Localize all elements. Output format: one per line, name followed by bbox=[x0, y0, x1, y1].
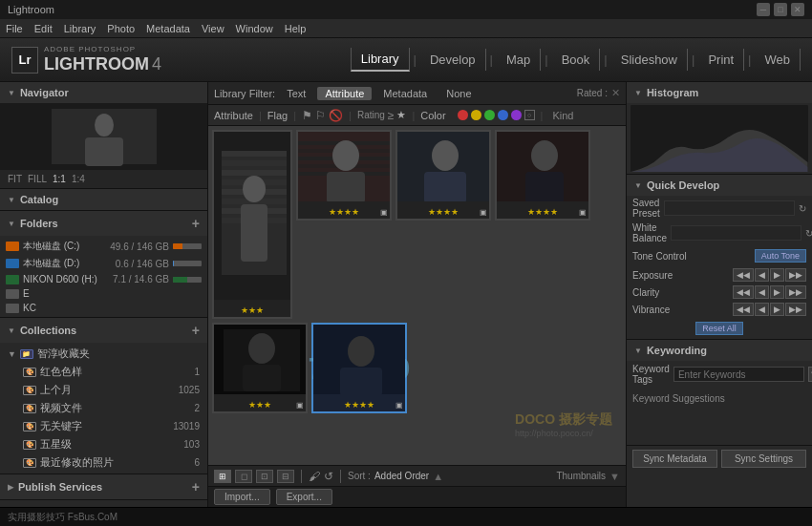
collection-item-smartfolder[interactable]: ▼ 📁 智淳收藏夹 bbox=[0, 345, 207, 363]
color-dot-none[interactable]: ○ bbox=[524, 110, 535, 120]
color-dot-purple[interactable] bbox=[511, 110, 522, 120]
color-dot-red[interactable] bbox=[458, 110, 468, 120]
minimize-button[interactable]: ─ bbox=[757, 3, 770, 16]
module-web[interactable]: Web bbox=[756, 49, 801, 71]
collection-item-nokw[interactable]: 🎨 无关键字 13019 bbox=[0, 417, 207, 435]
menu-photo[interactable]: Photo bbox=[107, 23, 135, 34]
folders-add-button[interactable]: + bbox=[192, 216, 200, 231]
keywording-header[interactable]: ▼ Keywording bbox=[627, 340, 812, 361]
photo-cell-5[interactable]: ★★★ ▣ bbox=[212, 323, 308, 413]
filter-tab-attribute[interactable]: Attribute bbox=[317, 87, 372, 100]
publish-header[interactable]: ▶ Publish Services + bbox=[0, 474, 207, 499]
qd-clar-inc[interactable]: ▶ bbox=[770, 285, 784, 299]
folder-item-c[interactable]: 本地磁盘 (C:) 49.6 / 146 GB bbox=[0, 238, 207, 255]
publish-add-button[interactable]: + bbox=[192, 479, 200, 494]
menu-metadata[interactable]: Metadata bbox=[146, 23, 190, 34]
export-button[interactable]: Export... bbox=[276, 489, 332, 505]
menu-window[interactable]: Window bbox=[236, 23, 273, 34]
view-grid-button[interactable]: ⊞ bbox=[214, 470, 231, 483]
qd-vib-inc[interactable]: ▶ bbox=[770, 303, 784, 316]
import-button[interactable]: Import... bbox=[214, 489, 270, 505]
module-develop[interactable]: Develop bbox=[420, 49, 486, 71]
nav-fit[interactable]: FIT bbox=[8, 174, 22, 184]
quick-develop-header[interactable]: ▼ Quick Develop bbox=[627, 175, 812, 196]
qd-reset-all[interactable]: Reset All bbox=[695, 322, 743, 335]
rating-stars[interactable]: ★ bbox=[396, 109, 406, 121]
nav-fill[interactable]: FILL bbox=[28, 174, 47, 184]
photo-cell-1[interactable]: ★★★ bbox=[212, 130, 292, 319]
kw-settings-button[interactable]: ▼ bbox=[808, 367, 812, 382]
thumb-scroll[interactable]: ▼ bbox=[609, 471, 620, 482]
folder-item-kc[interactable]: KC bbox=[0, 301, 207, 315]
flag-icon-2[interactable]: ⚐ bbox=[315, 109, 326, 122]
menu-file[interactable]: File bbox=[6, 23, 23, 34]
menu-library[interactable]: Library bbox=[64, 23, 96, 34]
filter-close-icon[interactable]: ✕ bbox=[611, 87, 620, 99]
nav-1-1[interactable]: 1:1 bbox=[53, 174, 66, 184]
photo-cell-4[interactable]: ★★★★ ▣ bbox=[495, 130, 590, 221]
bottom-spray-icon[interactable]: 🖌 bbox=[309, 470, 320, 483]
photo-cell-3[interactable]: ★★★★ ▣ bbox=[395, 130, 491, 221]
module-book[interactable]: Book bbox=[552, 49, 601, 71]
collection-item-red[interactable]: 🎨 红色色样 1 bbox=[0, 363, 207, 381]
maximize-button[interactable]: □ bbox=[774, 3, 787, 16]
navigator-header[interactable]: ▼ Navigator bbox=[0, 82, 207, 103]
module-print[interactable]: Print bbox=[698, 49, 744, 71]
menu-edit[interactable]: Edit bbox=[34, 23, 53, 34]
view-loupe-button[interactable]: ◻ bbox=[235, 470, 252, 483]
qd-vib-dec-big[interactable]: ◀◀ bbox=[733, 303, 754, 316]
qd-vib-inc-big[interactable]: ▶▶ bbox=[785, 303, 806, 316]
qd-clar-inc-big[interactable]: ▶▶ bbox=[785, 285, 806, 299]
folders-header[interactable]: ▼ Folders + bbox=[0, 211, 207, 236]
folder-item-d[interactable]: 本地磁盘 (D:) 0.6 / 146 GB bbox=[0, 255, 207, 272]
collections-add-button[interactable]: + bbox=[192, 323, 200, 338]
sort-value[interactable]: Added Order bbox=[374, 471, 429, 481]
photo-grid[interactable]: ★★★ bbox=[208, 126, 626, 465]
view-survey-button[interactable]: ⊟ bbox=[277, 470, 294, 483]
photo-cell-6[interactable]: 715469 ★★★★ ▣ bbox=[311, 323, 407, 413]
collections-header[interactable]: ▼ Collections + bbox=[0, 318, 207, 343]
nav-1-4[interactable]: 1:4 bbox=[72, 174, 85, 184]
view-compare-button[interactable]: ⊡ bbox=[256, 470, 273, 483]
photo-cell-2[interactable]: ★★★★ ▣ bbox=[296, 130, 392, 221]
module-slideshow[interactable]: Slideshow bbox=[611, 49, 688, 71]
qd-exp-inc-big[interactable]: ▶▶ bbox=[785, 268, 806, 282]
folder-item-e[interactable]: E bbox=[0, 286, 207, 301]
catalog-header[interactable]: ▼ Catalog bbox=[0, 189, 207, 210]
menu-view[interactable]: View bbox=[202, 23, 224, 34]
qd-exp-inc[interactable]: ▶ bbox=[770, 268, 784, 282]
collection-item-fivestar[interactable]: 🎨 五星级 103 bbox=[0, 435, 207, 453]
flag-icon-3[interactable]: 🚫 bbox=[329, 109, 343, 122]
qd-exp-dec[interactable]: ◀ bbox=[755, 268, 769, 282]
menu-help[interactable]: Help bbox=[285, 23, 307, 34]
collection-item-lastmonth[interactable]: 🎨 上个月 1025 bbox=[0, 381, 207, 399]
module-map[interactable]: Map bbox=[497, 49, 541, 71]
folder-item-h[interactable]: NIKON D600 (H:) 7.1 / 14.6 GB bbox=[0, 272, 207, 286]
filter-tab-none[interactable]: None bbox=[438, 87, 479, 100]
color-dot-blue[interactable] bbox=[498, 110, 508, 120]
qd-auto-tone[interactable]: Auto Tone bbox=[755, 249, 806, 263]
rating-op-sym[interactable]: ≥ bbox=[388, 109, 395, 122]
qd-preset-input[interactable] bbox=[664, 200, 795, 216]
qd-clar-dec-big[interactable]: ◀◀ bbox=[733, 285, 754, 299]
module-library[interactable]: Library bbox=[351, 48, 410, 72]
filter-tab-text[interactable]: Text bbox=[279, 87, 313, 100]
kw-tags-input[interactable] bbox=[673, 367, 804, 382]
qd-clar-dec[interactable]: ◀ bbox=[755, 285, 769, 299]
histogram-header[interactable]: ▼ Histogram bbox=[627, 82, 812, 103]
close-button[interactable]: ✕ bbox=[791, 3, 804, 16]
collection-item-video[interactable]: 🎨 视频文件 2 bbox=[0, 399, 207, 417]
qd-wb-input[interactable] bbox=[671, 225, 801, 241]
flag-icon-1[interactable]: ⚑ bbox=[302, 109, 312, 122]
qd-vib-dec[interactable]: ◀ bbox=[755, 303, 769, 316]
bottom-rotate-icon[interactable]: ↺ bbox=[324, 470, 333, 483]
qd-exp-dec-big[interactable]: ◀◀ bbox=[733, 268, 754, 282]
qd-preset-arrow[interactable]: ↻ bbox=[799, 203, 806, 214]
qd-wb-arrow[interactable]: ↻ bbox=[805, 228, 812, 239]
color-dot-yellow[interactable] bbox=[471, 110, 481, 120]
sync-metadata-button[interactable]: Sync Metadata bbox=[632, 450, 717, 468]
sort-arrow[interactable]: ▲ bbox=[433, 471, 443, 482]
filter-tab-metadata[interactable]: Metadata bbox=[375, 87, 435, 100]
collection-item-recent[interactable]: 🎨 最近修改的照片 6 bbox=[0, 453, 207, 472]
color-dot-green[interactable] bbox=[484, 110, 495, 120]
